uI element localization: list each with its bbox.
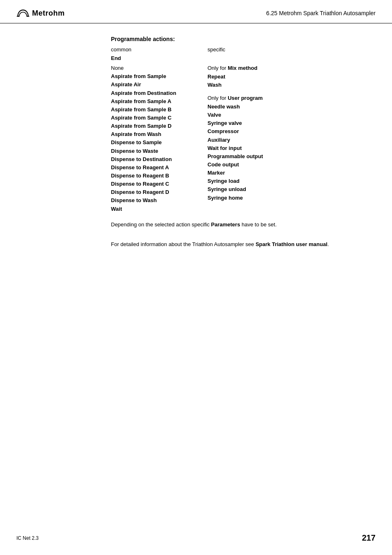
specific-actions-col: Only for Mix method Repeat Wash Only for… <box>208 64 376 213</box>
action-dispense-sample: Dispense to Sample <box>111 138 208 147</box>
specific-programmable-output: Programmable output <box>208 152 376 161</box>
end-label-col: End <box>111 54 208 62</box>
desc2-end: . <box>327 241 329 247</box>
footer-page-number: 217 <box>362 533 376 543</box>
column-headers-row: common specific <box>111 46 376 53</box>
action-aspirate-sample-d: Aspirate from Sample D <box>111 122 208 130</box>
action-wait: Wait <box>111 205 208 213</box>
description-paragraph-1: Depending on the selected action specifi… <box>111 221 357 229</box>
specific-syringe-unload: Syringe unload <box>208 185 376 193</box>
action-dispense-reagent-d: Dispense to Reagent D <box>111 188 208 196</box>
header-title: 6.25 Metrohm Spark Triathlon Autosampler <box>266 10 376 16</box>
desc1-start: Depending on the selected action specifi… <box>111 221 211 228</box>
only-for-mix-prefix: Only for <box>208 65 228 71</box>
logo-text: Metrohm <box>32 9 65 18</box>
specific-syringe-load: Syringe load <box>208 177 376 185</box>
col-common-label: common <box>111 46 131 53</box>
action-none: None <box>111 64 208 72</box>
user-program-bold: User program <box>228 95 263 101</box>
common-actions-col: None Aspirate from Sample Aspirate Air A… <box>111 64 208 213</box>
page-footer: IC Net 2.3 217 <box>0 533 392 543</box>
specific-needle-wash: Needle wash <box>208 103 376 111</box>
specific-marker: Marker <box>208 169 376 177</box>
mix-method-bold: Mix method <box>228 65 257 71</box>
spacer-1 <box>208 89 376 94</box>
action-aspirate-sample: Aspirate from Sample <box>111 72 208 81</box>
specific-wash: Wash <box>208 81 376 89</box>
action-dispense-waste: Dispense to Waste <box>111 147 208 155</box>
action-aspirate-sample-c: Aspirate from Sample C <box>111 114 208 122</box>
specific-repeat: Repeat <box>208 73 376 81</box>
footer-software-version: IC Net 2.3 <box>16 535 39 541</box>
specific-syringe-home: Syringe home <box>208 194 376 202</box>
action-dispense-reagent-c: Dispense to Reagent C <box>111 180 208 188</box>
action-dispense-wash: Dispense to Wash <box>111 196 208 205</box>
specific-syringe-valve: Syringe valve <box>208 119 376 127</box>
specific-auxiliary: Auxiliary <box>208 136 376 144</box>
action-dispense-reagent-a: Dispense to Reagent A <box>111 164 208 172</box>
end-row: End <box>111 54 376 62</box>
logo-area: Metrohm <box>16 7 65 19</box>
specific-valve: Valve <box>208 111 376 119</box>
only-for-user-program-label: Only for User program <box>208 94 376 103</box>
action-aspirate-sample-b: Aspirate from Sample B <box>111 106 208 114</box>
desc2-start: For detailed information about the Triat… <box>111 241 256 247</box>
col-specific-label: specific <box>208 46 225 53</box>
specific-compressor: Compressor <box>208 127 376 136</box>
action-aspirate-destination: Aspirate from Destination <box>111 89 208 97</box>
right-col-header: specific <box>208 46 376 53</box>
page-header: Metrohm 6.25 Metrohm Spark Triathlon Aut… <box>0 0 392 23</box>
description-paragraph-2: For detailed information about the Triat… <box>111 240 357 249</box>
section-title: Programmable actions: <box>111 36 376 42</box>
end-item: End <box>111 54 208 62</box>
desc1-bold: Parameters <box>211 221 240 228</box>
only-for-user-prefix: Only for <box>208 95 228 101</box>
specific-header-1 <box>208 54 376 62</box>
action-aspirate-wash: Aspirate from Wash <box>111 130 208 138</box>
specific-code-output: Code output <box>208 161 376 169</box>
main-content: Programmable actions: common specific En… <box>0 23 392 265</box>
action-aspirate-sample-a: Aspirate from Sample A <box>111 97 208 106</box>
specific-wait-for-input: Wait for input <box>208 144 376 152</box>
action-dispense-reagent-b: Dispense to Reagent B <box>111 172 208 180</box>
action-aspirate-air: Aspirate Air <box>111 81 208 89</box>
action-dispense-destination: Dispense to Destination <box>111 155 208 164</box>
only-for-mix-method-label: Only for Mix method <box>208 64 376 73</box>
actions-table: None Aspirate from Sample Aspirate Air A… <box>111 64 376 213</box>
metrohm-logo-icon <box>16 7 30 19</box>
desc1-end: have to be set. <box>240 221 277 228</box>
left-col-header: common <box>111 46 208 53</box>
desc2-bold: Spark Triathlon user manual <box>256 241 327 247</box>
